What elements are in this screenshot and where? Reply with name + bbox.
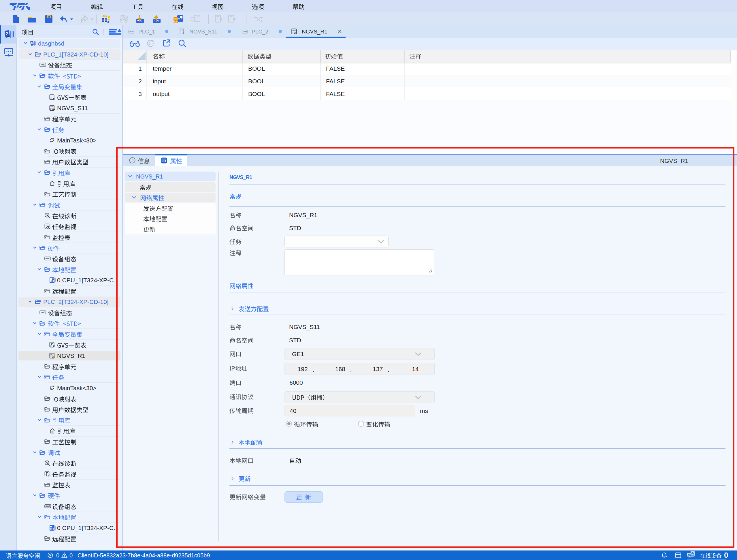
svg-text:N: N: [50, 106, 52, 108]
svg-text:N(x): N(x): [180, 29, 183, 31]
svg-text:N(x): N(x): [292, 29, 296, 31]
svg-text:1: 1: [149, 42, 151, 45]
svg-text:N: N: [50, 353, 52, 355]
